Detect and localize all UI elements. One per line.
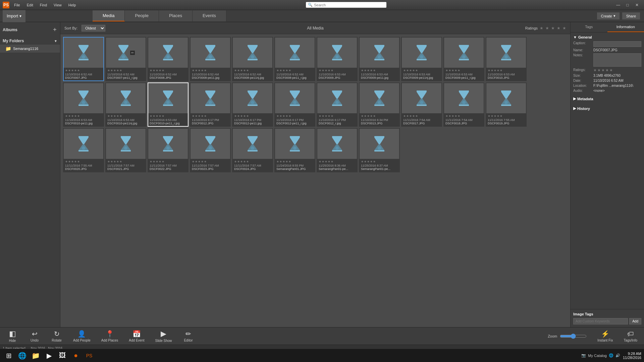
tab-people[interactable]: People: [125, 10, 159, 21]
photo-thumb-8[interactable]: ★ ★ ★ ★ ★ 11/10/2016 6:53 AM DSCF0009-pe…: [401, 37, 442, 81]
photo-thumb-24[interactable]: ★ ★ ★ ★ ★ 11/11/2016 7:57 AM DSCF0022.JP…: [148, 128, 189, 172]
media-player-button[interactable]: ▶: [43, 350, 55, 362]
start-button[interactable]: ⊞: [3, 350, 15, 362]
undo-button[interactable]: ↩ Undo: [26, 328, 43, 344]
photo-thumb-0[interactable]: ★ ★ ★ ★ ★ 11/10/2016 6:52 AM DSCF0007.JP…: [63, 37, 104, 81]
menu-find[interactable]: Find: [37, 2, 50, 8]
photo-thumb-29[interactable]: ★ ★ ★ ★ ★ 11/25/2016 8:37 AM SemarangPan…: [359, 128, 400, 172]
menu-file[interactable]: File: [11, 2, 23, 8]
add-places-button[interactable]: 📍 Add Places: [99, 328, 121, 344]
info-star-2[interactable]: ★: [597, 68, 601, 72]
photo-thumb-19[interactable]: ★ ★ ★ ★ ★ 11/11/2016 7:54 AM DSCF0017.JP…: [401, 82, 442, 127]
sidebar-item-semarang[interactable]: 📁 Semarang1116: [0, 45, 60, 53]
thumb-date-3: 11/10/2016 6:52 AM: [192, 73, 229, 76]
menu-edit[interactable]: Edit: [24, 2, 36, 8]
maximize-button[interactable]: □: [623, 2, 632, 8]
search-input[interactable]: [314, 3, 381, 7]
photo-thumb-22[interactable]: ★ ★ ★ ★ ★ 11/11/2016 7:55 AM DSCF0020.JP…: [63, 128, 104, 172]
photo-thumb-15[interactable]: ★ ★ ★ ★ ★ 11/10/2016 6:17 PM DSCF0012-pe…: [232, 82, 273, 127]
notes-input[interactable]: [593, 53, 641, 67]
tab-media[interactable]: Media: [93, 10, 125, 21]
tab-tags[interactable]: Tags: [571, 22, 607, 32]
rating-star-3[interactable]: ★: [551, 26, 555, 31]
slideshow-button[interactable]: ▶ Slide Show: [152, 328, 174, 344]
thumb-image-6: [317, 38, 357, 68]
rating-star-4[interactable]: ★: [557, 26, 560, 31]
menu-view[interactable]: View: [51, 2, 64, 8]
sort-select[interactable]: Oldest Newest Name: [82, 25, 105, 32]
hide-button[interactable]: ◧ Hide: [4, 328, 21, 344]
my-folders-header[interactable]: My Folders ▼: [0, 37, 60, 45]
editor-button[interactable]: ✏ Editor: [180, 328, 197, 344]
photo-thumb-1[interactable]: ✏ ★ ★ ★ ★ ★ 11/10/2016 6:52 AM DSCF0007-…: [105, 37, 146, 81]
albums-header[interactable]: Albums ＋: [0, 25, 60, 35]
photo-thumb-12[interactable]: ★ ★ ★ ★ ★ 11/10/2016 6:53 AM DSCF0010-pe…: [105, 82, 146, 127]
tab-places[interactable]: Places: [159, 10, 193, 21]
photo-thumb-13[interactable]: ★ ★ ★ ★ ★ 11/10/2016 6:53 AM DSCF0010-pe…: [148, 82, 189, 127]
photo-thumb-25[interactable]: ★ ★ ★ ★ ★ 11/11/2016 7:57 AM DSCF0023.JP…: [190, 128, 231, 172]
tab-information[interactable]: Information: [607, 22, 644, 32]
minimize-button[interactable]: —: [614, 2, 623, 8]
thumb-info-8: ★ ★ ★ ★ ★ 11/10/2016 6:53 AM DSCF0009-pe…: [402, 68, 441, 80]
hourglass-svg-7: [373, 44, 386, 61]
photo-thumb-6[interactable]: ★ ★ ★ ★ ★ 11/10/2016 6:53 AM DSCF0009.JP…: [317, 37, 358, 81]
photo-thumb-27[interactable]: ★ ★ ★ ★ ★ 11/24/2016 8:55 PM SemarangPan…: [274, 128, 315, 172]
photo-thumb-5[interactable]: ★ ★ ★ ★ ★ 11/10/2016 6:52 AM DSCF0008-pe…: [274, 37, 315, 81]
rotate-button[interactable]: ↻ Rotate: [48, 328, 65, 344]
photo-thumb-9[interactable]: ★ ★ ★ ★ ★ 11/10/2016 6:53 AM DSCF0009-pe…: [443, 37, 484, 81]
info-star-1[interactable]: ★: [593, 68, 597, 72]
photo-thumb-16[interactable]: ★ ★ ★ ★ ★ 11/10/2016 6:17 PM DSCF0012-pe…: [274, 82, 315, 127]
share-button[interactable]: Share: [622, 12, 640, 19]
explorer-button[interactable]: 📁: [30, 350, 42, 362]
info-star-5[interactable]: ★: [609, 68, 613, 72]
menu-help[interactable]: Help: [66, 2, 79, 8]
photo-thumb-20[interactable]: ★ ★ ★ ★ ★ 11/11/2016 7:54 AM DSCF0018.JP…: [443, 82, 484, 127]
caption-input[interactable]: [593, 41, 641, 47]
photo-thumb-10[interactable]: ★ ★ ★ ★ ★ 11/10/2016 6:53 AM DSCF0010.JP…: [486, 37, 527, 81]
photo-thumb-18[interactable]: ★ ★ ★ ★ ★ 11/10/2016 6:34 PM DSCF0013.JP…: [359, 82, 400, 127]
add-event-label: Add Event: [129, 339, 144, 342]
zoom-slider[interactable]: [560, 334, 587, 339]
tags-input[interactable]: [573, 318, 628, 324]
photo-thumb-23[interactable]: ★ ★ ★ ★ ★ 11/11/2016 7:57 AM DSCF0021.JP…: [105, 128, 146, 172]
photo-thumb-26[interactable]: ★ ★ ★ ★ ★ 11/11/2016 7:57 AM DSCF0024.JP…: [232, 128, 273, 172]
photo-thumb-17[interactable]: ★ ★ ★ ★ ★ 11/10/2016 6:17 PM DSCF0012_r.…: [317, 82, 358, 127]
thumb-info-6: ★ ★ ★ ★ ★ 11/10/2016 6:53 AM DSCF0009.JP…: [317, 68, 357, 80]
close-button[interactable]: ✕: [633, 2, 641, 8]
add-album-button[interactable]: ＋: [52, 26, 57, 33]
import-button[interactable]: Import ▾: [3, 10, 25, 22]
instant-fix-button[interactable]: ⚡ Instant Fix: [595, 328, 615, 344]
thumb-info-1: ★ ★ ★ ★ ★ 11/10/2016 6:52 AM DSCF0007-pe…: [106, 68, 146, 80]
create-button[interactable]: Create ▾: [597, 12, 620, 19]
photo-app-button[interactable]: 🖼: [56, 350, 68, 362]
tags-info-button[interactable]: 🏷 Tags/Info: [621, 329, 640, 344]
photo-thumb-2[interactable]: ★ ★ ★ ★ ★ 11/10/2016 6:52 AM DSCF0008.JP…: [148, 37, 189, 81]
tab-events[interactable]: Events: [193, 10, 226, 21]
info-star-4[interactable]: ★: [605, 68, 609, 72]
history-section-header[interactable]: ▶ History: [573, 105, 641, 112]
photo-thumb-4[interactable]: ★ ★ ★ ★ ★ 11/10/2016 6:52 AM DSCF0008-pe…: [232, 37, 273, 81]
photo-thumb-3[interactable]: ★ ★ ★ ★ ★ 11/10/2016 6:52 AM DSCF0008-pe…: [190, 37, 231, 81]
photo-thumb-21[interactable]: ★ ★ ★ ★ ★ 11/11/2016 7:55 AM DSCF0019.JP…: [486, 82, 527, 127]
info-star-3[interactable]: ★: [601, 68, 605, 72]
date-row: Date: 11/10/2016 6:52 AM: [573, 79, 641, 82]
rating-star-5[interactable]: ★: [562, 26, 566, 31]
ie-button[interactable]: 🌐: [16, 350, 28, 362]
tags-add-button[interactable]: Add: [629, 318, 641, 324]
media-filter-label: All Media: [307, 26, 323, 31]
ps-elements-button[interactable]: PS: [83, 350, 95, 362]
rating-star-1[interactable]: ★: [540, 26, 543, 31]
metadata-section-header[interactable]: ▶ Metadata: [573, 97, 641, 101]
rating-star-2[interactable]: ★: [545, 26, 549, 31]
general-section-header[interactable]: ▼ General: [573, 35, 641, 39]
photo-thumb-14[interactable]: ★ ★ ★ ★ ★ 11/10/2016 6:17 PM DSCF0012.JP…: [190, 82, 231, 127]
chrome-button[interactable]: ●: [70, 350, 82, 362]
photo-thumb-11[interactable]: ★ ★ ★ ★ ★ 11/10/2016 6:53 AM DSCF0010-pe…: [63, 82, 104, 127]
thumb-date-13: 11/10/2016 6:53 AM: [150, 118, 186, 122]
thumb-image-10: [486, 38, 526, 68]
add-event-button[interactable]: 📅 Add Event: [126, 328, 147, 344]
photo-thumb-28[interactable]: ★ ★ ★ ★ ★ 11/25/2016 8:36 AM SemarangPan…: [317, 128, 358, 172]
photo-thumb-7[interactable]: ★ ★ ★ ★ ★ 11/10/2016 6:53 AM DSCF0009-pe…: [359, 37, 400, 81]
thumb-info-14: ★ ★ ★ ★ ★ 11/10/2016 6:17 PM DSCF0012.JP…: [191, 113, 230, 126]
add-people-button[interactable]: 👤 Add People: [70, 328, 93, 344]
